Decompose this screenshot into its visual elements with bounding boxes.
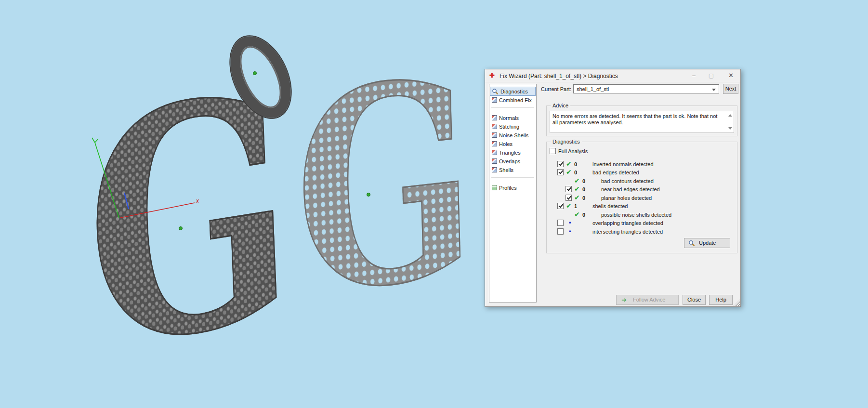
row-label: bad contours detected [601,178,654,184]
sidebar-item-overlaps[interactable]: Overlaps [490,157,535,165]
row-label: planar holes detected [601,195,652,201]
sidebar-item-label: Noise Shells [499,132,528,138]
full-analysis-checkbox[interactable] [550,148,556,154]
full-analysis-label: Full Analysis [558,148,588,154]
ok-check-icon: ✔ [566,160,572,168]
sidebar-item-holes[interactable]: Holes [490,140,535,148]
sidebar-item-label: Holes [499,141,513,147]
sidebar-item-triangles[interactable]: Triangles [490,148,535,157]
row-count: 0 [574,170,577,175]
row-count: 0 [582,212,585,218]
update-button-label: Update [699,240,716,246]
diagnostic-row-bad-contours: ✔ 0 bad contours detected [547,177,737,185]
magnifier-icon [688,240,695,247]
sidebar-item-noise-shells[interactable]: Noise Shells [490,131,535,139]
chevron-down-icon [712,89,716,91]
row-checkbox[interactable] [557,228,564,235]
sidebar-item-label: Stitching [499,124,519,130]
dialog-titlebar[interactable]: ✚ Fix Wizard (Part: shell_1_of_stl) > Di… [485,69,740,82]
diagnostic-row-near-bad-edges: ✔ 0 near bad edges detected [547,185,737,194]
dialog-title: Fix Wizard (Part: shell_1_of_stl) > Diag… [500,73,618,79]
cube-icon [492,141,497,146]
model-letter-g-honeycomb[interactable]: G [292,55,477,318]
update-button[interactable]: Update [684,238,730,248]
cube-icon [492,115,497,120]
sidebar-item-label: Normals [499,115,519,121]
row-checkbox[interactable] [566,186,572,192]
close-button[interactable]: Close [683,295,706,305]
row-label: overlapping triangles detected [592,220,663,226]
sidebar-separator [491,107,534,108]
cube-icon [492,97,497,103]
row-count: 0 [582,178,585,184]
row-count: 0 [574,161,577,167]
row-label: near bad edges detected [601,186,660,192]
row-count: 0 [582,186,585,192]
minimize-button[interactable]: – [687,69,701,82]
advice-textbox: No more errors are detected. It seems th… [550,111,734,133]
magnifier-icon [492,88,499,95]
sidebar-item-stitching[interactable]: Stitching [490,122,535,131]
row-label: bad edges detected [592,170,639,175]
row-checkbox[interactable] [566,195,572,201]
advice-group-title: Advice [551,103,570,108]
sidebar-item-normals[interactable]: Normals [490,114,535,122]
sidebar-separator [491,177,534,178]
current-part-value: shell_1_of_stl [577,86,609,92]
follow-advice-label: Follow Advice [633,297,665,303]
ok-check-icon: ✔ [574,185,580,193]
cube-icon [492,167,497,172]
maximize-button: ▢ [704,69,718,82]
current-part-combobox[interactable]: shell_1_of_stl [573,84,719,93]
sidebar-item-diagnostics[interactable]: Diagnostics [490,87,535,95]
diagnostic-row-possible-noise-shells: ✔ 0 possible noise shells detected [547,211,737,219]
row-count: 0 [582,195,585,201]
row-count: 1 [574,203,577,209]
fix-wizard-cross-icon: ✚ [489,72,496,79]
sidebar-item-label: Combined Fix [499,97,532,103]
sidebar-item-label: Profiles [499,185,517,191]
diagnostic-row-shells: ✔ 1 shells detected [547,202,737,211]
next-button[interactable]: Next [723,84,738,94]
ok-check-icon: ✔ [574,194,580,201]
sidebar-item-label: Shells [499,167,513,173]
cube-icon [492,158,497,164]
row-checkbox[interactable] [557,220,564,226]
resize-grip[interactable] [734,300,740,306]
cube-icon [492,132,497,138]
close-window-button[interactable]: ✕ [724,69,738,82]
row-checkbox[interactable] [557,161,564,167]
cube-icon [492,124,497,129]
sidebar-item-shells[interactable]: Shells [490,166,535,174]
row-checkbox[interactable] [557,169,564,175]
advice-text: No more errors are detected. It seems th… [552,113,723,126]
green-arrow-icon: ➜ [621,297,627,303]
sidebar-item-label: Diagnostics [500,89,528,94]
row-label: intersecting triangles detected [592,229,663,235]
sidebar-item-label: Overlaps [499,158,520,164]
sidebar-item-label: Triangles [499,150,521,156]
diagnostic-row-planar-holes: ✔ 0 planar holes detected [547,194,737,202]
ok-check-icon: ✔ [574,177,580,184]
row-label: shells detected [592,203,628,209]
diagnostic-row-intersecting-triangles: • intersecting triangles detected [547,228,737,236]
diagnostics-groupbox: Diagnostics Full Analysis ✔ 0 inverted n… [546,142,737,253]
sidebar-item-combined-fix[interactable]: Combined Fix [490,96,535,104]
scroll-up-icon[interactable] [728,114,732,117]
sidebar-item-profiles[interactable]: Profiles [490,184,535,192]
row-checkbox[interactable] [557,203,564,209]
follow-advice-button: ➜ Follow Advice [616,295,679,305]
cube-icon [492,150,497,155]
not-analysed-dot-icon: • [569,227,571,235]
diagnostic-row-overlapping-triangles: • overlapping triangles detected [547,219,737,227]
ok-check-icon: ✔ [566,202,572,210]
not-analysed-dot-icon: • [569,219,571,226]
help-button[interactable]: Help [709,295,733,305]
diagnostic-row-inverted-normals: ✔ 0 inverted normals detected [547,160,737,169]
row-label: possible noise shells detected [601,212,671,218]
ok-check-icon: ✔ [574,211,580,218]
fix-wizard-sidebar: Diagnostics Combined Fix Normals Stitchi… [489,84,537,303]
scroll-down-icon[interactable] [728,127,732,130]
ok-check-icon: ✔ [566,168,572,176]
profiles-icon [492,185,497,190]
